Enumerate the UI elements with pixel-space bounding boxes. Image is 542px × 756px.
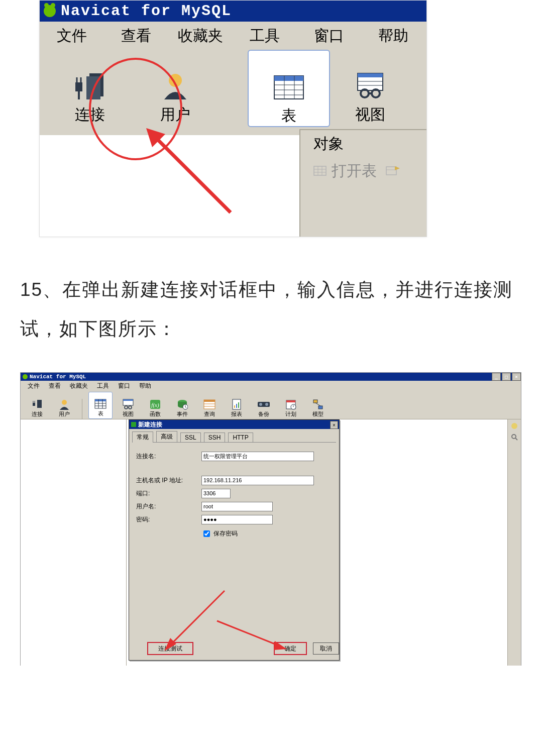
open-table-button[interactable]: 打开表 [300,157,427,184]
title-bar: Navicat for MySQL [40,1,426,22]
menu-bar: 文件 查看 收藏夹 工具 窗口 帮助 [40,22,426,50]
svg-text:f(x): f(x) [151,402,159,408]
close-button[interactable]: × [512,373,521,381]
object-tab[interactable]: 对象 [300,130,427,157]
tb-user[interactable]: 用户 [53,393,76,419]
view-icon [122,398,135,410]
menu-view[interactable]: 查看 [49,382,61,390]
tab-ssl[interactable]: SSL [180,433,201,442]
svg-rect-2 [75,82,82,91]
search-icon[interactable] [511,434,518,441]
lbl: 查询 [204,410,215,418]
menu-fav[interactable]: 收藏夹 [168,26,233,46]
toolbar-connect-label: 连接 [75,104,105,125]
toolbar-user[interactable]: 用户 [135,50,215,125]
toolbar-connect[interactable]: 连接 [50,50,130,125]
tb-query[interactable]: 查询 [198,393,221,419]
input-host[interactable] [201,476,314,485]
menu-help[interactable]: 帮助 [361,26,425,46]
user-icon [58,398,71,410]
dialog-icon [131,422,136,427]
svg-rect-15 [358,73,383,77]
object-panel: 对象 打开表 [299,129,427,237]
lbl: 视图 [123,410,134,418]
backup-icon [257,398,270,410]
svg-rect-52 [204,400,215,402]
menu-help[interactable]: 帮助 [139,382,151,390]
menu-file[interactable]: 文件 [28,382,40,390]
minimize-button[interactable]: _ [492,373,501,381]
svg-rect-1 [86,76,100,99]
svg-rect-63 [286,400,295,402]
menu-window[interactable]: 窗口 [297,26,361,46]
menu-file[interactable]: 文件 [40,26,104,46]
checkbox-save-pass[interactable] [203,530,210,537]
lbl: 备份 [258,410,269,418]
lbl: 函数 [150,410,161,418]
maximize-button[interactable]: □ [502,373,511,381]
tb-function[interactable]: f(x)函数 [144,393,167,419]
navicat-dialog-screenshot: Navicat for MySQL _ □ × 文件 查看 收藏夹 工具 窗口 … [20,372,521,666]
tree-panel [40,135,300,237]
svg-rect-57 [236,404,237,408]
new-connection-dialog: 新建连接 × 常规 高级 SSL SSH HTTP 连接名: [129,419,340,661]
tb-model[interactable]: 模型 [306,393,330,419]
input-user[interactable] [201,502,273,511]
svg-line-69 [169,591,225,646]
lbl: 用户 [59,410,70,418]
toolbar: 连接 用户 表 视图 f(x)函数 事件 查询 报表 备份 计划 模型 [21,391,521,419]
button-test-connection[interactable]: 连接测试 [147,642,193,655]
tab-http[interactable]: HTTP [228,433,253,442]
dialog-tabs: 常规 高级 SSL SSH HTTP [132,432,336,443]
lbl: 模型 [312,410,323,418]
menu-window[interactable]: 窗口 [118,382,130,390]
tb-backup[interactable]: 备份 [252,393,275,419]
input-conn-name[interactable] [201,452,314,461]
svg-point-74 [512,435,516,439]
label-pass: 密码: [136,515,201,524]
menu-view[interactable]: 查看 [104,26,168,46]
label-conn-name: 连接名: [136,452,201,461]
tb-view[interactable]: 视图 [117,393,140,419]
query-icon [203,398,216,410]
label-user: 用户名: [136,502,201,511]
tab-general[interactable]: 常规 [132,431,153,443]
label-save-pass: 保存密码 [213,529,238,538]
menu-tools[interactable]: 工具 [97,382,109,390]
navicat-zoom-screenshot: Navicat for MySQL 文件 查看 收藏夹 工具 窗口 帮助 [39,0,427,237]
svg-rect-31 [33,403,35,406]
window-controls: _ □ × [491,373,521,381]
report-icon [230,398,243,410]
label-port: 端口: [136,489,201,498]
connection-tree[interactable] [21,419,127,666]
open-table-label: 打开表 [332,161,377,181]
app-title: Navicat for MySQL [30,374,86,380]
tb-connect[interactable]: 连接 [26,393,49,419]
dialog-titlebar: 新建连接 [129,420,339,429]
lbl: 计划 [285,410,296,418]
tb-event[interactable]: 事件 [171,393,194,419]
function-icon: f(x) [149,398,162,410]
toolbar-view-label: 视图 [355,104,385,125]
tab-advanced[interactable]: 高级 [156,431,177,442]
tb-report[interactable]: 报表 [225,393,248,419]
svg-rect-30 [37,400,42,408]
tb-table[interactable]: 表 [88,392,113,419]
dialog-close-button[interactable]: × [330,421,338,429]
info-icon[interactable] [511,422,518,429]
input-port[interactable] [201,489,231,498]
input-pass[interactable] [201,515,273,524]
button-cancel[interactable]: 取消 [313,642,339,655]
svg-rect-56 [234,405,235,408]
svg-line-75 [515,438,517,440]
toolbar-table[interactable]: 表 [248,50,330,127]
title-bar: Navicat for MySQL _ □ × [21,373,521,381]
menu-fav[interactable]: 收藏夹 [70,382,88,390]
tb-schedule[interactable]: 计划 [279,393,302,419]
svg-point-60 [259,403,262,406]
button-ok[interactable]: 确定 [274,642,307,655]
toolbar-view[interactable]: 视图 [330,50,410,125]
tab-ssh[interactable]: SSH [204,433,226,442]
user-icon [155,68,195,104]
menu-tools[interactable]: 工具 [233,26,297,46]
